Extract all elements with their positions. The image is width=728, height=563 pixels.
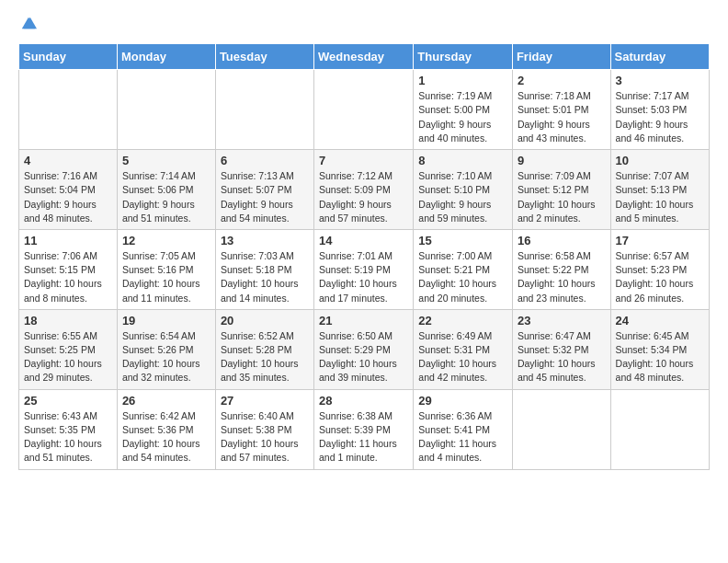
day-number: 22	[418, 314, 507, 327]
calendar-week-row: 18Sunrise: 6:55 AM Sunset: 5:25 PM Dayli…	[19, 309, 710, 389]
calendar-header-monday: Monday	[117, 44, 215, 70]
day-number: 21	[319, 314, 408, 327]
calendar-header-wednesday: Wednesday	[314, 44, 414, 70]
calendar-cell: 24Sunrise: 6:45 AM Sunset: 5:34 PM Dayli…	[610, 309, 709, 389]
calendar-header-tuesday: Tuesday	[215, 44, 313, 70]
day-number: 14	[319, 234, 408, 247]
calendar-cell: 29Sunrise: 6:36 AM Sunset: 5:41 PM Dayli…	[414, 389, 513, 469]
day-info: Sunrise: 7:00 AM Sunset: 5:21 PM Dayligh…	[418, 249, 507, 305]
day-number: 27	[221, 394, 309, 408]
calendar-cell: 6Sunrise: 7:13 AM Sunset: 5:07 PM Daylig…	[215, 150, 313, 230]
calendar-cell: 2Sunrise: 7:18 AM Sunset: 5:01 PM Daylig…	[512, 70, 610, 150]
day-info: Sunrise: 6:43 AM Sunset: 5:35 PM Dayligh…	[24, 409, 112, 465]
day-info: Sunrise: 6:57 AM Sunset: 5:23 PM Dayligh…	[616, 249, 704, 305]
day-info: Sunrise: 7:18 AM Sunset: 5:01 PM Dayligh…	[518, 89, 606, 145]
calendar-cell: 8Sunrise: 7:10 AM Sunset: 5:10 PM Daylig…	[414, 150, 513, 230]
day-number: 7	[319, 154, 408, 167]
logo	[18, 15, 37, 38]
calendar-header-row: SundayMondayTuesdayWednesdayThursdayFrid…	[19, 44, 710, 70]
day-number: 4	[24, 154, 112, 167]
calendar-cell	[610, 389, 709, 469]
logo-text	[18, 15, 37, 38]
calendar-cell: 10Sunrise: 7:07 AM Sunset: 5:13 PM Dayli…	[610, 150, 709, 230]
calendar-cell: 20Sunrise: 6:52 AM Sunset: 5:28 PM Dayli…	[215, 309, 313, 389]
day-info: Sunrise: 6:38 AM Sunset: 5:39 PM Dayligh…	[319, 409, 408, 465]
day-info: Sunrise: 6:45 AM Sunset: 5:34 PM Dayligh…	[616, 329, 704, 385]
calendar-cell	[19, 70, 118, 150]
day-info: Sunrise: 6:55 AM Sunset: 5:25 PM Dayligh…	[24, 329, 112, 385]
day-info: Sunrise: 6:47 AM Sunset: 5:32 PM Dayligh…	[518, 329, 606, 385]
calendar-cell	[314, 70, 414, 150]
day-info: Sunrise: 7:10 AM Sunset: 5:10 PM Dayligh…	[418, 169, 507, 225]
calendar-cell: 19Sunrise: 6:54 AM Sunset: 5:26 PM Dayli…	[117, 309, 215, 389]
day-number: 19	[122, 314, 210, 327]
calendar-cell	[512, 389, 610, 469]
calendar-cell: 4Sunrise: 7:16 AM Sunset: 5:04 PM Daylig…	[19, 150, 118, 230]
day-info: Sunrise: 6:36 AM Sunset: 5:41 PM Dayligh…	[418, 409, 507, 465]
day-number: 29	[418, 394, 507, 408]
day-info: Sunrise: 7:01 AM Sunset: 5:19 PM Dayligh…	[319, 249, 408, 305]
calendar-cell: 26Sunrise: 6:42 AM Sunset: 5:36 PM Dayli…	[117, 389, 215, 469]
day-number: 10	[616, 154, 704, 167]
day-number: 6	[221, 154, 309, 167]
day-info: Sunrise: 7:09 AM Sunset: 5:12 PM Dayligh…	[518, 169, 606, 225]
calendar-header-saturday: Saturday	[610, 44, 709, 70]
day-number: 24	[616, 314, 704, 327]
calendar-header-thursday: Thursday	[414, 44, 513, 70]
calendar-cell: 12Sunrise: 7:05 AM Sunset: 5:16 PM Dayli…	[117, 229, 215, 309]
calendar-cell: 25Sunrise: 6:43 AM Sunset: 5:35 PM Dayli…	[19, 389, 118, 469]
day-number: 3	[616, 74, 704, 87]
calendar-cell: 27Sunrise: 6:40 AM Sunset: 5:38 PM Dayli…	[215, 389, 313, 469]
day-number: 25	[24, 394, 112, 408]
day-number: 20	[221, 314, 309, 327]
day-number: 13	[221, 234, 309, 247]
calendar-cell: 7Sunrise: 7:12 AM Sunset: 5:09 PM Daylig…	[314, 150, 414, 230]
calendar-cell: 22Sunrise: 6:49 AM Sunset: 5:31 PM Dayli…	[414, 309, 513, 389]
day-info: Sunrise: 7:14 AM Sunset: 5:06 PM Dayligh…	[122, 169, 210, 225]
calendar-week-row: 11Sunrise: 7:06 AM Sunset: 5:15 PM Dayli…	[19, 229, 710, 309]
day-number: 5	[122, 154, 210, 167]
calendar-header-friday: Friday	[512, 44, 610, 70]
day-info: Sunrise: 7:19 AM Sunset: 5:00 PM Dayligh…	[418, 89, 507, 145]
page-header	[18, 15, 710, 38]
calendar-cell: 18Sunrise: 6:55 AM Sunset: 5:25 PM Dayli…	[19, 309, 118, 389]
calendar-cell: 17Sunrise: 6:57 AM Sunset: 5:23 PM Dayli…	[610, 229, 709, 309]
calendar-cell: 9Sunrise: 7:09 AM Sunset: 5:12 PM Daylig…	[512, 150, 610, 230]
day-info: Sunrise: 7:06 AM Sunset: 5:15 PM Dayligh…	[24, 249, 112, 305]
day-number: 12	[122, 234, 210, 247]
calendar-week-row: 4Sunrise: 7:16 AM Sunset: 5:04 PM Daylig…	[19, 150, 710, 230]
day-number: 18	[24, 314, 112, 327]
calendar-cell: 21Sunrise: 6:50 AM Sunset: 5:29 PM Dayli…	[314, 309, 414, 389]
day-info: Sunrise: 6:52 AM Sunset: 5:28 PM Dayligh…	[221, 329, 309, 385]
day-number: 1	[418, 74, 507, 87]
calendar-cell: 5Sunrise: 7:14 AM Sunset: 5:06 PM Daylig…	[117, 150, 215, 230]
day-number: 11	[24, 234, 112, 247]
day-info: Sunrise: 6:42 AM Sunset: 5:36 PM Dayligh…	[122, 409, 210, 465]
day-info: Sunrise: 7:12 AM Sunset: 5:09 PM Dayligh…	[319, 169, 408, 225]
calendar-cell: 3Sunrise: 7:17 AM Sunset: 5:03 PM Daylig…	[610, 70, 709, 150]
day-number: 8	[418, 154, 507, 167]
day-info: Sunrise: 7:07 AM Sunset: 5:13 PM Dayligh…	[616, 169, 704, 225]
calendar-cell: 11Sunrise: 7:06 AM Sunset: 5:15 PM Dayli…	[19, 229, 118, 309]
day-info: Sunrise: 6:49 AM Sunset: 5:31 PM Dayligh…	[418, 329, 507, 385]
day-info: Sunrise: 7:03 AM Sunset: 5:18 PM Dayligh…	[221, 249, 309, 305]
day-info: Sunrise: 7:05 AM Sunset: 5:16 PM Dayligh…	[122, 249, 210, 305]
day-info: Sunrise: 6:50 AM Sunset: 5:29 PM Dayligh…	[319, 329, 408, 385]
day-number: 26	[122, 394, 210, 408]
calendar-header-sunday: Sunday	[19, 44, 118, 70]
calendar-cell	[117, 70, 215, 150]
day-number: 17	[616, 234, 704, 247]
day-info: Sunrise: 7:16 AM Sunset: 5:04 PM Dayligh…	[24, 169, 112, 225]
calendar-cell: 13Sunrise: 7:03 AM Sunset: 5:18 PM Dayli…	[215, 229, 313, 309]
calendar-cell: 23Sunrise: 6:47 AM Sunset: 5:32 PM Dayli…	[512, 309, 610, 389]
day-info: Sunrise: 6:58 AM Sunset: 5:22 PM Dayligh…	[518, 249, 606, 305]
day-number: 28	[319, 394, 408, 408]
logo-icon	[20, 15, 37, 31]
day-number: 23	[518, 314, 606, 327]
calendar-table: SundayMondayTuesdayWednesdayThursdayFrid…	[18, 43, 710, 469]
day-number: 16	[518, 234, 606, 247]
calendar-cell: 1Sunrise: 7:19 AM Sunset: 5:00 PM Daylig…	[414, 70, 513, 150]
calendar-cell: 15Sunrise: 7:00 AM Sunset: 5:21 PM Dayli…	[414, 229, 513, 309]
day-info: Sunrise: 7:17 AM Sunset: 5:03 PM Dayligh…	[616, 89, 704, 145]
calendar-cell: 14Sunrise: 7:01 AM Sunset: 5:19 PM Dayli…	[314, 229, 414, 309]
